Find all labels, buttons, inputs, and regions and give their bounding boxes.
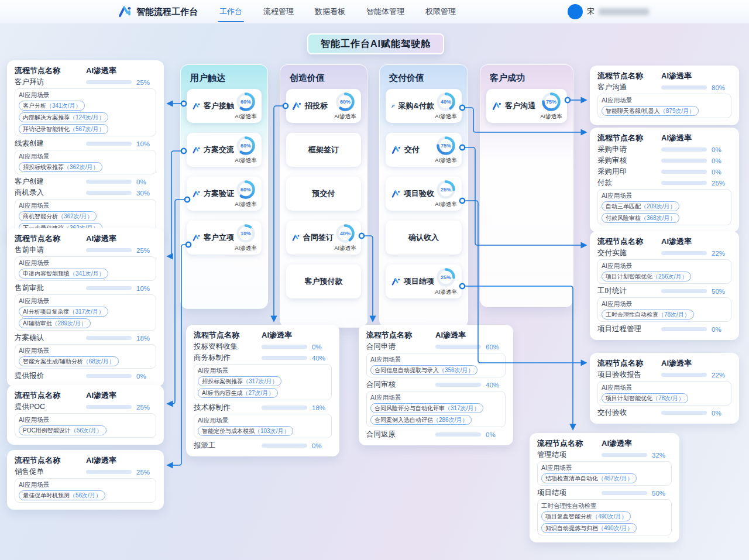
stage-column-title: 交付价值 (380, 65, 468, 89)
ai-scenario-tag-count: （317次/月） (445, 404, 479, 413)
process-node-deliver-5[interactable]: 项目结项25%AI渗透率 (386, 264, 462, 298)
ai-scenario-tag[interactable]: 合同风险评分与自动化评审（317次/月） (370, 403, 483, 413)
process-node-create-3[interactable]: 预交付 (286, 177, 361, 211)
ai-scenario-tag[interactable]: 知识自动提炼与归档（490次/月） (541, 523, 637, 533)
ai-rate-bar (86, 248, 132, 252)
process-node-left: 交付 (391, 145, 434, 155)
ai-scenario-tag[interactable]: 招投标案例推荐（317次/月） (198, 376, 281, 386)
process-node-create-2[interactable]: 框架签订 (286, 133, 361, 167)
ai-rate-bar (262, 406, 307, 410)
donut-caption: AI渗透率 (235, 157, 256, 164)
ai-scenario-tag[interactable]: 客户分析（341次/月） (19, 101, 85, 111)
ai-scenario-tag-name: 项目计划智能优化 (606, 394, 652, 403)
ai-scenario-label: AI应用场景 (19, 297, 152, 305)
ai-scenario-tag-name: AI辅助审批 (23, 319, 51, 328)
detail-card-header: 流程节点名称AI渗透率 (597, 71, 731, 81)
nav-item-1[interactable]: 工作台 (218, 0, 244, 23)
ai-rate-value: 18% (312, 404, 332, 411)
process-node-success-1[interactable]: 客户沟通75%AI渗透率 (486, 89, 567, 123)
ai-rate-value: 30% (136, 190, 156, 197)
ai-scenario-tag[interactable]: 内部解决方案推荐（124次/月） (19, 112, 108, 122)
ai-scenario-tags: 自动三单匹配（209次/月）付款风险审核（368次/月） (602, 201, 727, 223)
nav-item-4[interactable]: 智能体管理 (365, 0, 406, 23)
ai-scenario-tag[interactable]: AI分析项目复杂度（317次/月） (19, 307, 108, 317)
ai-scenario-tag[interactable]: 最佳促单时机预测（56次/月） (19, 490, 105, 500)
ai-scenario-tag[interactable]: 项目计划智能优化（78次/月） (602, 393, 688, 403)
ai-logo-icon (391, 145, 401, 155)
process-node-rate: 60%AI渗透率 (334, 91, 357, 121)
ai-scenario-tag[interactable]: AI标书内容生成（27次/月） (198, 388, 278, 398)
process-node-reach-4[interactable]: 客户立项10%AI渗透率 (187, 221, 262, 255)
process-node-rate: 60%AI渗透率 (234, 91, 257, 121)
ai-scenario-box: AI应用场景POC用例智能设计（56次/月） (15, 413, 156, 438)
ai-scenario-tags: 合同信息自动提取与录入（356次/月） (370, 365, 501, 375)
ai-rate-bar (86, 80, 132, 84)
stage-column-nodes: 客户接触60%AI渗透率方案交流60%AI渗透率方案验证60%AI渗透率客户立项… (181, 89, 267, 255)
ai-scenario-tag[interactable]: 拜访记录智能转化（567次/月） (19, 124, 108, 134)
rate-column-header: AI渗透率 (661, 71, 731, 81)
page-title: 智能工作台AI赋能驾驶舱 (321, 38, 431, 50)
ai-scenario-tag[interactable]: 招投标线索推荐（362次/月） (19, 162, 102, 172)
process-node-name: 付款 (597, 178, 661, 188)
process-node-row: 合同申请60% (366, 341, 506, 352)
ai-rate-bar (86, 374, 132, 378)
process-node-create-1[interactable]: 招投标60%AI渗透率 (286, 89, 361, 123)
ai-scenario-tag[interactable]: 自动三单匹配（209次/月） (602, 201, 679, 211)
process-node-reach-2[interactable]: 方案交流60%AI渗透率 (187, 133, 262, 167)
ai-scenario-tag[interactable]: 智能定价与成本模拟（103次/月） (198, 426, 293, 436)
stage-column-title: 用户触达 (181, 65, 267, 89)
process-node-reach-1[interactable]: 客户接触60%AI渗透率 (187, 89, 262, 123)
ai-scenario-tag[interactable]: 合同案例入选自动评估（286次/月） (370, 415, 472, 425)
user-avatar[interactable] (568, 4, 583, 19)
ai-scenario-label: AI应用场景 (19, 416, 152, 424)
nav-item-3[interactable]: 数据看板 (313, 0, 347, 23)
user-area[interactable]: 宋 (568, 0, 649, 23)
ai-scenario-tag-name: 智能定价与成本模拟 (202, 427, 255, 435)
node-column-header: 流程节点名称 (15, 233, 86, 244)
ai-scenario-box: AI应用场景智能方案生成/辅助分析（68次/月） (15, 344, 156, 369)
process-node-name: 合同申请 (366, 342, 435, 352)
ai-rate-bar (86, 470, 132, 474)
ai-scenario-tag[interactable]: 合同信息自动提取与录入（356次/月） (370, 365, 477, 375)
process-node-deliver-4[interactable]: 确认收入 (386, 221, 462, 255)
process-node-deliver-3[interactable]: 项目验收25%AI渗透率 (386, 177, 462, 211)
ai-scenario-tag[interactable]: 智能聊天客服/机器人（879次/月） (602, 106, 699, 116)
ai-scenario-tag[interactable]: 项目复盘智能分析（490次/月） (541, 511, 631, 521)
ai-scenario-tag[interactable]: 项目计划智能优化（256次/月） (602, 272, 691, 281)
process-node-row: 投标资料收集0% (194, 341, 332, 352)
process-node-create-4[interactable]: 合同签订40%AI渗透率 (286, 221, 361, 255)
nav-item-5[interactable]: 权限管理 (424, 0, 458, 23)
process-node-row: 工时统计50% (597, 286, 731, 297)
ai-scenario-tags: 项目计划智能优化（78次/月） (602, 393, 727, 403)
process-node-row: 客户沟通80% (597, 82, 731, 93)
ai-scenario-tag[interactable]: 申请内容智能预填（341次/月） (19, 269, 108, 279)
ai-scenario-tag-name: 客户分析 (23, 102, 46, 110)
process-node-name: 方案确认 (15, 333, 86, 343)
ai-scenario-label: AI应用场景 (541, 464, 668, 472)
ai-scenario-tag-name: AI分析项目复杂度 (23, 308, 69, 316)
ai-scenario-tag[interactable]: 付款风险审核（368次/月） (602, 213, 679, 223)
process-node-reach-3[interactable]: 方案验证60%AI渗透率 (187, 177, 262, 211)
process-node-label: 项目验收 (404, 188, 434, 199)
ai-logo-icon (292, 233, 300, 243)
rate-column-header: AI渗透率 (86, 455, 156, 466)
process-node-create-5[interactable]: 客户预付款 (286, 264, 361, 298)
ai-scenario-tags: 工时合理性自动检查（78次/月） (602, 310, 727, 319)
ai-scenario-tag[interactable]: 智能方案生成/辅助分析（68次/月） (19, 356, 119, 366)
ai-scenario-tag[interactable]: 商机智能分析（362次/月） (19, 211, 97, 221)
process-node-deliver-1[interactable]: 采购&付款40%AI渗透率 (386, 89, 462, 123)
ai-scenario-box: AI应用场景招投标线索推荐（362次/月） (15, 150, 156, 174)
ai-rate-value: 0% (312, 442, 332, 449)
ai-scenario-tag[interactable]: 结项检查清单自动化（457次/月） (541, 473, 637, 483)
stage-column-create: 创造价值招投标60%AI渗透率框架签订预交付合同签订40%AI渗透率客户预付款 (280, 64, 367, 328)
detail-card-right4: 流程节点名称AI渗透率项目验收报告22%AI应用场景项目计划智能优化（78次/月… (590, 353, 739, 424)
ai-rate-value: 40% (312, 355, 332, 362)
node-column-header: 流程节点名称 (537, 438, 602, 449)
process-node-deliver-2[interactable]: 交付75%AI渗透率 (386, 133, 462, 167)
ai-scenario-tag[interactable]: POC用例智能设计（56次/月） (19, 425, 106, 435)
ai-scenario-tag[interactable]: 工时合理性自动检查（78次/月） (602, 310, 694, 319)
ai-scenario-tag-count: （317次/月） (69, 308, 104, 316)
nav-item-2[interactable]: 流程管理 (262, 0, 296, 23)
ai-scenario-tag[interactable]: AI辅助审批（289次/月） (19, 318, 91, 328)
process-node-rate: 10%AI渗透率 (234, 223, 257, 252)
